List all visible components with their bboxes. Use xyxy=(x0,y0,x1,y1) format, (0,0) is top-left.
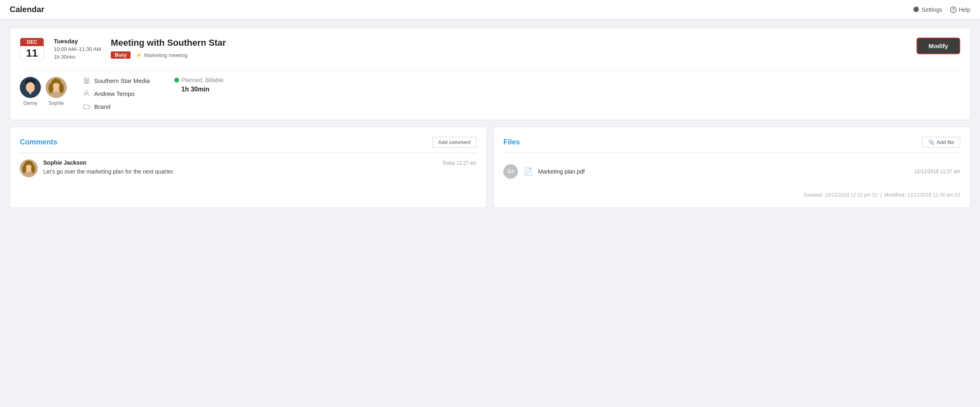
add-file-label: Add file xyxy=(937,139,954,145)
created-label: Created: xyxy=(804,192,824,198)
bottom-section: Comments Add comment Sophie xyxy=(10,127,970,208)
modified-label: Modified: xyxy=(885,192,906,198)
svg-text:?: ? xyxy=(952,8,955,12)
main-content: Dec 11 Tuesday 10:00 AM–11:30 AM 1h 30mi… xyxy=(0,19,980,216)
comment-avatar-sophie xyxy=(20,159,38,177)
comment-author: Sophie Jackson xyxy=(43,159,87,166)
company-name: Southern Star Media xyxy=(94,77,150,84)
files-header: Files 📎 Add file xyxy=(503,137,960,153)
event-details: Danny xyxy=(20,70,960,110)
sophie-avatar-image xyxy=(46,77,67,98)
event-card: Dec 11 Tuesday 10:00 AM–11:30 AM 1h 30mi… xyxy=(10,28,970,120)
event-time: 10:00 AM–11:30 AM xyxy=(54,46,101,52)
app-title: Calendar xyxy=(10,5,44,14)
lightning-icon: ⚡ xyxy=(135,52,142,58)
svg-rect-17 xyxy=(86,82,87,83)
files-title: Files xyxy=(503,138,520,146)
file-date: 12/12/2018 11:27 am xyxy=(915,169,960,174)
contact-row: Andrew Tempo xyxy=(83,90,150,97)
event-title: Meeting with Southern Star xyxy=(111,38,226,48)
settings-action[interactable]: Settings xyxy=(913,6,942,13)
folder-row: Brand xyxy=(83,103,150,110)
comment-header-row: Sophie Jackson Today 11:27 am xyxy=(43,159,477,166)
company-row: Southern Star Media xyxy=(83,77,150,84)
file-uploader-avatar: SJ xyxy=(503,164,518,179)
modified-value: 12/12/2018 11:36 am SJ xyxy=(907,192,960,198)
card-footer: Created: 10/12/2018 12:15 pm SJ | Modifi… xyxy=(503,192,960,198)
attendee-danny: Danny xyxy=(20,77,41,106)
add-comment-button[interactable]: Add comment xyxy=(432,137,477,148)
event-header: Dec 11 Tuesday 10:00 AM–11:30 AM 1h 30mi… xyxy=(20,38,960,60)
svg-point-4 xyxy=(26,82,35,93)
paperclip-icon: 📎 xyxy=(928,139,935,145)
comment-time: Today 11:27 am xyxy=(442,160,477,166)
comment-text: Let's go over the marketing plan for the… xyxy=(43,167,477,176)
comment-body: Sophie Jackson Today 11:27 am Let's go o… xyxy=(43,159,477,176)
created-value: 10/12/2018 12:15 pm SJ xyxy=(825,192,878,198)
comments-header: Comments Add comment xyxy=(20,137,477,153)
folder-icon xyxy=(83,103,90,110)
building-icon xyxy=(83,77,90,84)
status-planned: Planned, Billable xyxy=(174,77,224,83)
date-box: Dec 11 xyxy=(20,38,44,60)
contact-name: Andrew Tempo xyxy=(94,90,135,97)
comment-sophie-svg xyxy=(20,159,38,177)
event-meta: Tuesday 10:00 AM–11:30 AM 1h 30min xyxy=(54,38,101,60)
svg-rect-11 xyxy=(85,79,86,80)
svg-rect-15 xyxy=(86,81,87,81)
add-file-button[interactable]: 📎 Add file xyxy=(922,137,960,148)
help-action[interactable]: ? Help xyxy=(950,6,970,13)
event-title-section: Meeting with Southern Star Busy ⚡ Market… xyxy=(111,38,226,59)
comment-item: Sophie Jackson Today 11:27 am Let's go o… xyxy=(20,159,477,177)
file-name: Marketing plan.pdf xyxy=(538,168,909,175)
folder-name: Brand xyxy=(94,103,110,110)
help-icon: ? xyxy=(950,6,957,13)
pdf-icon: 📄 xyxy=(524,167,532,176)
attendee-sophie-name: Sophie xyxy=(49,100,63,106)
attendee-sophie: Sophie xyxy=(46,77,67,106)
nav-actions: Settings ? Help xyxy=(913,6,970,13)
settings-label: Settings xyxy=(922,6,942,13)
attendee-danny-name: Danny xyxy=(23,100,38,106)
svg-rect-14 xyxy=(85,81,86,81)
comments-title: Comments xyxy=(20,138,57,146)
gear-icon xyxy=(913,6,920,13)
event-duration-meta: 1h 30min xyxy=(54,54,101,60)
comments-card: Comments Add comment Sophie xyxy=(10,127,487,208)
svg-rect-13 xyxy=(87,79,88,80)
meeting-type-label: Marketing meeting xyxy=(144,52,187,58)
avatar-danny xyxy=(20,77,41,98)
svg-point-8 xyxy=(49,83,53,93)
person-icon xyxy=(83,90,90,97)
event-header-left: Dec 11 Tuesday 10:00 AM–11:30 AM 1h 30mi… xyxy=(20,38,226,60)
files-card: Files 📎 Add file SJ 📄 Marketing plan.pdf… xyxy=(493,127,970,208)
svg-point-23 xyxy=(31,165,35,173)
status-label: Planned, Billable xyxy=(182,77,224,83)
modify-button[interactable]: Modify xyxy=(917,38,960,54)
svg-rect-16 xyxy=(87,81,88,81)
busy-tag: Busy xyxy=(111,51,131,59)
status-col: Planned, Billable 1h 30min xyxy=(174,77,224,110)
date-day: 11 xyxy=(26,46,38,60)
top-nav: Calendar Settings ? Help xyxy=(0,0,980,19)
status-dot xyxy=(174,78,179,83)
file-row: SJ 📄 Marketing plan.pdf 12/12/2018 11:27… xyxy=(503,159,960,184)
svg-rect-12 xyxy=(86,79,87,80)
date-month: Dec xyxy=(20,38,44,46)
danny-avatar-image xyxy=(20,77,41,98)
file-uploader-initials: SJ xyxy=(508,169,514,174)
svg-point-9 xyxy=(59,83,64,93)
avatar-sophie xyxy=(46,77,67,98)
status-duration: 1h 30min xyxy=(174,86,224,93)
help-label: Help xyxy=(959,6,970,13)
meeting-type-tag: ⚡ Marketing meeting xyxy=(135,52,187,58)
event-tags: Busy ⚡ Marketing meeting xyxy=(111,51,226,59)
svg-point-22 xyxy=(22,165,26,173)
attendees: Danny xyxy=(20,77,67,106)
event-day-name: Tuesday xyxy=(54,38,101,45)
info-columns: Southern Star Media Andrew Tempo xyxy=(83,77,960,110)
info-col-left: Southern Star Media Andrew Tempo xyxy=(83,77,150,110)
